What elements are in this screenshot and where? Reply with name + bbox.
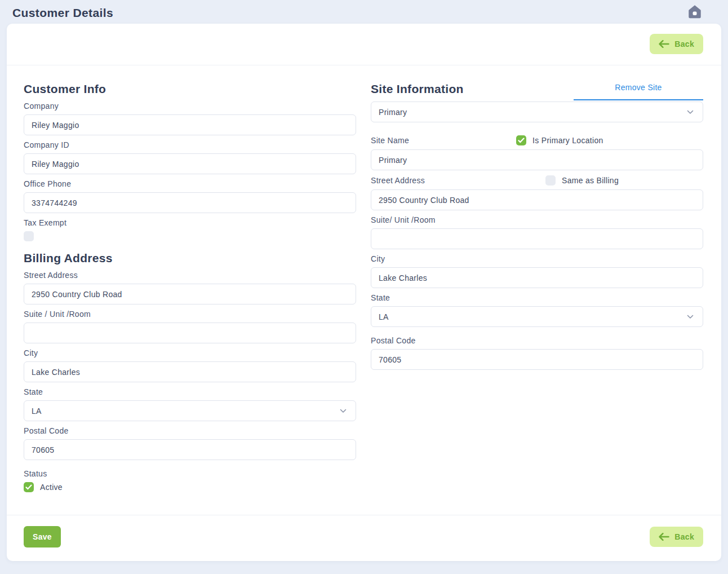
status-label: Status (24, 469, 356, 478)
billing-street-field: Street Address (24, 271, 356, 304)
site-street-input[interactable] (371, 189, 703, 210)
site-state-field: State LA (371, 293, 703, 327)
top-bar: Customer Details (0, 0, 728, 24)
company-input[interactable] (24, 114, 356, 135)
billing-postal-label: Postal Code (24, 426, 356, 435)
site-postal-input[interactable] (371, 349, 703, 370)
billing-street-label: Street Address (24, 271, 356, 280)
right-column: Site Information Remove Site Primary (371, 74, 703, 495)
site-state-label: State (371, 293, 703, 302)
company-id-field: Company ID (24, 140, 356, 174)
billing-address-heading: Billing Address (24, 251, 356, 265)
back-button-top[interactable]: Back (650, 34, 703, 54)
office-phone-field: Office Phone (24, 179, 356, 213)
card-body: Customer Info Company Company ID Office … (7, 65, 721, 515)
back-button-label: Back (674, 39, 694, 48)
company-id-label: Company ID (24, 140, 356, 149)
site-suite-label: Suite/ Unit /Room (371, 215, 703, 224)
customer-info-heading: Customer Info (24, 82, 356, 96)
save-button[interactable]: Save (24, 526, 61, 547)
same-as-billing-label: Same as Billing (562, 176, 619, 185)
site-selector-value: Primary (379, 108, 407, 117)
billing-state-field: State LA (24, 387, 356, 421)
billing-postal-input[interactable] (24, 439, 356, 460)
billing-city-label: City (24, 348, 356, 357)
billing-state-label: State (24, 387, 356, 396)
billing-city-input[interactable] (24, 361, 356, 382)
is-primary-location-label: Is Primary Location (532, 136, 603, 145)
billing-city-field: City (24, 348, 356, 382)
tax-exempt-label: Tax Exempt (24, 218, 356, 227)
billing-suite-label: Suite / Unit /Room (24, 310, 356, 319)
site-city-label: City (371, 254, 703, 263)
site-information-header-row: Site Information Remove Site (371, 74, 703, 101)
site-name-label: Site Name (371, 136, 409, 145)
site-city-input[interactable] (371, 267, 703, 288)
billing-suite-field: Suite / Unit /Room (24, 310, 356, 343)
card-footer: Save Back (7, 515, 721, 561)
site-street-field: Street Address Same as Billing (371, 175, 703, 210)
tax-exempt-checkbox[interactable] (24, 231, 34, 241)
back-button-label: Back (674, 532, 694, 541)
site-street-label: Street Address (371, 176, 425, 185)
same-as-billing-checkbox[interactable] (545, 175, 556, 186)
customer-details-card: Back Customer Info Company Company ID Of… (7, 24, 721, 561)
site-selector-select[interactable]: Primary (371, 101, 703, 122)
site-information-heading: Site Information (371, 82, 464, 96)
chevron-down-icon (687, 110, 694, 114)
active-label: Active (40, 483, 63, 492)
status-field: Status Active (24, 469, 356, 492)
arrow-left-icon (659, 533, 669, 541)
company-field: Company (24, 101, 356, 135)
tax-exempt-field: Tax Exempt (24, 218, 356, 244)
page-title: Customer Details (12, 6, 113, 20)
arrow-left-icon (659, 40, 669, 48)
home-button[interactable] (686, 4, 703, 22)
company-id-input[interactable] (24, 153, 356, 174)
company-label: Company (24, 101, 356, 111)
site-postal-label: Postal Code (371, 336, 703, 345)
remove-site-link[interactable]: Remove Site (615, 83, 662, 92)
chevron-down-icon (687, 315, 694, 319)
chevron-down-icon (340, 409, 347, 413)
remove-site-tab: Remove Site (574, 79, 703, 100)
site-postal-field: Postal Code (371, 336, 703, 370)
check-icon (25, 484, 32, 490)
office-phone-label: Office Phone (24, 179, 356, 188)
billing-postal-field: Postal Code (24, 426, 356, 460)
site-suite-field: Suite/ Unit /Room (371, 215, 703, 249)
site-name-field: Site Name Is Primary Location (371, 135, 703, 170)
is-primary-location-checkbox[interactable] (516, 135, 526, 145)
site-state-value: LA (379, 312, 389, 321)
billing-state-value: LA (32, 407, 42, 416)
check-icon (518, 138, 525, 143)
billing-street-input[interactable] (24, 284, 356, 304)
home-icon (686, 3, 703, 23)
site-selector-field: Primary (371, 101, 703, 122)
card-header: Back (7, 24, 721, 65)
site-suite-input[interactable] (371, 228, 703, 249)
site-city-field: City (371, 254, 703, 288)
active-checkbox[interactable] (24, 482, 34, 492)
billing-state-select[interactable]: LA (24, 400, 356, 421)
site-state-select[interactable]: LA (371, 306, 703, 327)
left-column: Customer Info Company Company ID Office … (24, 74, 356, 495)
office-phone-input[interactable] (24, 192, 356, 213)
back-button-bottom[interactable]: Back (650, 527, 703, 547)
billing-suite-input[interactable] (24, 323, 356, 343)
site-name-input[interactable] (371, 149, 703, 170)
